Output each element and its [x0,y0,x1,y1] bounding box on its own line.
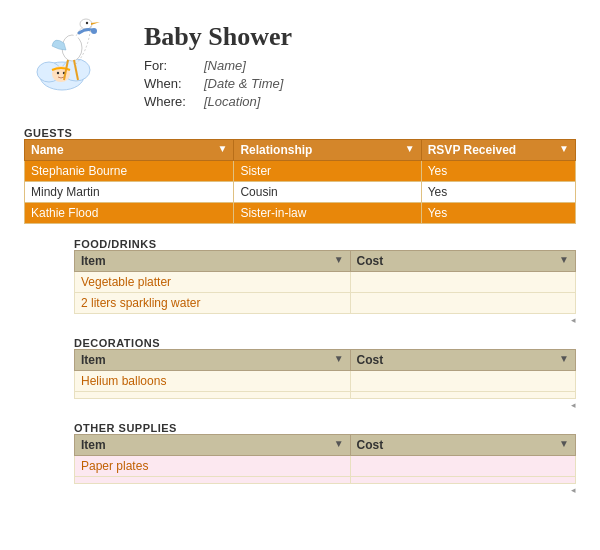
guests-section-label: GUESTS [24,127,576,139]
food-table: Item ▼ Cost ▼ Vegetable platter 2 liters… [74,250,576,314]
supplies-cell-cost [350,477,575,484]
food-section: FOOD/DRINKS Item ▼ Cost ▼ Vegetable plat… [74,238,576,325]
supplies-scroll-indicator: ◂ [74,485,576,495]
food-header-row: Item ▼ Cost ▼ [75,251,576,272]
where-value: [Location] [204,94,292,109]
dec-row-0[interactable]: Helium balloons [75,371,576,392]
supplies-cost-dropdown-icon[interactable]: ▼ [559,438,569,449]
guests-cell-name: Stephanie Bourne [25,161,234,182]
guests-cell-rsvp: Yes [421,161,575,182]
guests-header-row: Name ▼ Relationship ▼ RSVP Received ▼ [25,140,576,161]
food-scroll-indicator: ◂ [74,315,576,325]
food-cell-item: 2 liters sparkling water [75,293,351,314]
when-value: [Date & Time] [204,76,292,91]
dec-col-cost[interactable]: Cost ▼ [350,350,575,371]
food-item-dropdown-icon[interactable]: ▼ [334,254,344,265]
rsvp-dropdown-icon[interactable]: ▼ [559,143,569,154]
svg-point-7 [80,19,92,29]
guests-col-relationship[interactable]: Relationship ▼ [234,140,421,161]
for-value: [Name] [204,58,292,73]
supplies-section-label: OTHER SUPPLIES [74,422,576,434]
food-cell-cost [350,293,575,314]
header-text: Baby Shower For: [Name] When: [Date & Ti… [144,18,292,109]
decorations-table: Item ▼ Cost ▼ Helium balloons [74,349,576,399]
svg-point-8 [86,22,88,24]
supplies-cell-item: Paper plates [75,456,351,477]
supplies-cell-cost [350,456,575,477]
header-info: For: [Name] When: [Date & Time] Where: [… [144,58,292,109]
guests-cell-name: Mindy Martin [25,182,234,203]
dec-item-dropdown-icon[interactable]: ▼ [334,353,344,364]
dec-cost-dropdown-icon[interactable]: ▼ [559,353,569,364]
guests-table-wrap: Name ▼ Relationship ▼ RSVP Received ▼ [24,139,576,224]
food-cost-dropdown-icon[interactable]: ▼ [559,254,569,265]
dec-col-item[interactable]: Item ▼ [75,350,351,371]
guests-col-rsvp[interactable]: RSVP Received ▼ [421,140,575,161]
guests-cell-name: Kathie Flood [25,203,234,224]
guests-section: GUESTS Name ▼ Relationship ▼ RSVP [24,127,576,224]
food-col-cost[interactable]: Cost ▼ [350,251,575,272]
name-dropdown-icon[interactable]: ▼ [217,143,227,154]
dec-header-row: Item ▼ Cost ▼ [75,350,576,371]
guests-row-2[interactable]: Kathie Flood Sister-in-law Yes [25,203,576,224]
dec-scroll-indicator: ◂ [74,400,576,410]
food-row-0[interactable]: Vegetable platter [75,272,576,293]
guests-row-1[interactable]: Mindy Martin Cousin Yes [25,182,576,203]
dec-cell-item [75,392,351,399]
guests-cell-relationship: Cousin [234,182,421,203]
decorations-section-label: DECORATIONS [74,337,576,349]
dec-cell-cost [350,392,575,399]
food-row-1[interactable]: 2 liters sparkling water [75,293,576,314]
where-label: Where: [144,94,204,109]
dec-cell-item: Helium balloons [75,371,351,392]
supplies-item-dropdown-icon[interactable]: ▼ [334,438,344,449]
food-cell-item: Vegetable platter [75,272,351,293]
page: Baby Shower For: [Name] When: [Date & Ti… [0,0,600,550]
dec-cell-cost [350,371,575,392]
stork-illustration [24,18,114,98]
food-cell-cost [350,272,575,293]
supplies-cell-item [75,477,351,484]
supplies-col-item[interactable]: Item ▼ [75,435,351,456]
svg-point-4 [57,72,59,74]
food-col-item[interactable]: Item ▼ [75,251,351,272]
when-label: When: [144,76,204,91]
supplies-section: OTHER SUPPLIES Item ▼ Cost ▼ Paper plate… [74,422,576,495]
supplies-col-cost[interactable]: Cost ▼ [350,435,575,456]
guests-cell-relationship: Sister [234,161,421,182]
supplies-row-0[interactable]: Paper plates [75,456,576,477]
guests-col-name[interactable]: Name ▼ [25,140,234,161]
decorations-section: DECORATIONS Item ▼ Cost ▼ Helium balloon… [74,337,576,410]
guests-cell-rsvp: Yes [421,203,575,224]
guests-cell-relationship: Sister-in-law [234,203,421,224]
supplies-table: Item ▼ Cost ▼ Paper plates [74,434,576,484]
dec-row-1[interactable] [75,392,576,399]
supplies-header-row: Item ▼ Cost ▼ [75,435,576,456]
guests-cell-rsvp: Yes [421,182,575,203]
guests-row-0[interactable]: Stephanie Bourne Sister Yes [25,161,576,182]
header: Baby Shower For: [Name] When: [Date & Ti… [24,18,576,109]
guests-table: Name ▼ Relationship ▼ RSVP Received ▼ [24,139,576,224]
page-title: Baby Shower [144,22,292,52]
food-section-label: FOOD/DRINKS [74,238,576,250]
supplies-row-1[interactable] [75,477,576,484]
for-label: For: [144,58,204,73]
relationship-dropdown-icon[interactable]: ▼ [405,143,415,154]
svg-point-9 [91,28,97,34]
